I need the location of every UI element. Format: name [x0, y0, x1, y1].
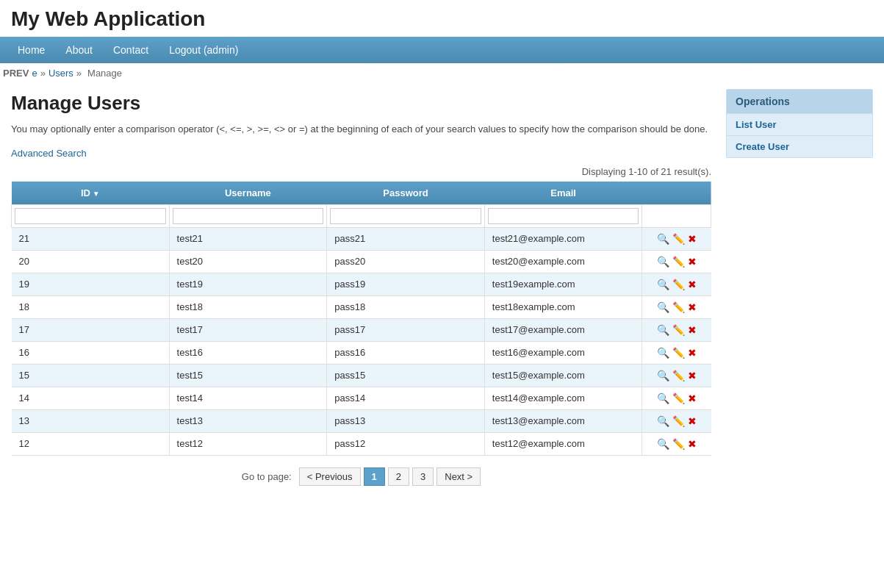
view-icon[interactable]: 🔍 [657, 301, 669, 313]
filter-password[interactable] [330, 208, 481, 224]
page-1-button[interactable]: 1 [364, 467, 385, 486]
filter-email[interactable] [488, 208, 639, 224]
cell-id: 20 [12, 250, 170, 273]
col-password[interactable]: Password [327, 182, 485, 205]
create-user-link[interactable]: Create User [727, 135, 872, 157]
filter-username[interactable] [173, 208, 324, 224]
table-row: 16 test16 pass16 test16@example.com 🔍 ✏️… [12, 341, 711, 364]
delete-icon[interactable]: ✖ [688, 438, 697, 450]
cell-password: pass15 [327, 364, 485, 387]
view-icon[interactable]: 🔍 [657, 370, 669, 381]
cell-id: 15 [12, 364, 170, 387]
cell-actions: 🔍 ✏️ ✖ [642, 318, 711, 341]
col-username[interactable]: Username [169, 182, 327, 205]
edit-icon[interactable]: ✏️ [672, 370, 685, 381]
edit-icon[interactable]: ✏️ [672, 438, 685, 450]
cell-email: test18example.com [484, 295, 642, 318]
view-icon[interactable]: 🔍 [657, 438, 669, 450]
cell-username: test16 [169, 341, 327, 364]
view-icon[interactable]: 🔍 [657, 279, 669, 290]
cell-actions: 🔍 ✏️ ✖ [642, 409, 711, 432]
view-icon[interactable]: 🔍 [657, 233, 669, 245]
cell-actions: 🔍 ✏️ ✖ [642, 273, 711, 295]
page-3-button[interactable]: 3 [412, 467, 434, 486]
view-icon[interactable]: 🔍 [657, 415, 669, 427]
cell-password: pass20 [327, 250, 485, 273]
delete-icon[interactable]: ✖ [688, 392, 697, 404]
edit-icon[interactable]: ✏️ [672, 279, 685, 290]
col-id[interactable]: ID [12, 182, 170, 205]
table-body: 21 test21 pass21 test21@example.com 🔍 ✏️… [12, 227, 711, 455]
cell-email: test13@example.com [484, 409, 642, 432]
delete-icon[interactable]: ✖ [688, 233, 697, 245]
edit-icon[interactable]: ✏️ [672, 324, 685, 336]
breadcrumb-link-e[interactable]: e [32, 68, 37, 79]
cell-id: 21 [12, 227, 170, 250]
table-row: 17 test17 pass17 test17@example.com 🔍 ✏️… [12, 318, 711, 341]
cell-email: test20@example.com [484, 250, 642, 273]
cell-id: 16 [12, 341, 170, 364]
cell-username: test21 [169, 227, 327, 250]
cell-id: 13 [12, 409, 170, 432]
cell-password: pass16 [327, 341, 485, 364]
breadcrumb-current: Manage [87, 68, 122, 79]
cell-username: test19 [169, 273, 327, 295]
filter-id[interactable] [15, 208, 166, 224]
view-icon[interactable]: 🔍 [657, 392, 669, 404]
delete-icon[interactable]: ✖ [688, 324, 697, 336]
nav-logout[interactable]: Logout (admin) [159, 37, 248, 63]
edit-icon[interactable]: ✏️ [672, 256, 685, 268]
table-row: 12 test12 pass12 test12@example.com 🔍 ✏️… [12, 432, 711, 455]
cell-password: pass13 [327, 409, 485, 432]
delete-icon[interactable]: ✖ [688, 279, 697, 290]
table-row: 19 test19 pass19 test19example.com 🔍 ✏️ … [12, 273, 711, 295]
result-count: Displaying 1-10 of 21 result(s). [11, 166, 711, 177]
cell-email: test19example.com [484, 273, 642, 295]
cell-password: pass12 [327, 432, 485, 455]
col-email[interactable]: Email [484, 182, 642, 205]
table-row: 20 test20 pass20 test20@example.com 🔍 ✏️… [12, 250, 711, 273]
edit-icon[interactable]: ✏️ [672, 415, 685, 427]
cell-password: pass21 [327, 227, 485, 250]
cell-actions: 🔍 ✏️ ✖ [642, 227, 711, 250]
nav-home[interactable]: Home [7, 37, 55, 63]
table-row: 13 test13 pass13 test13@example.com 🔍 ✏️… [12, 409, 711, 432]
delete-icon[interactable]: ✖ [688, 256, 697, 268]
delete-icon[interactable]: ✖ [688, 415, 697, 427]
cell-email: test16@example.com [484, 341, 642, 364]
edit-icon[interactable]: ✏️ [672, 392, 685, 404]
breadcrumb: PREV e » Users » Manage [0, 63, 884, 82]
page-2-button[interactable]: 2 [388, 467, 409, 486]
table-row: 15 test15 pass15 test15@example.com 🔍 ✏️… [12, 364, 711, 387]
cell-password: pass18 [327, 295, 485, 318]
nav-about[interactable]: About [55, 37, 103, 63]
view-icon[interactable]: 🔍 [657, 324, 669, 336]
cell-id: 18 [12, 295, 170, 318]
cell-actions: 🔍 ✏️ ✖ [642, 341, 711, 364]
delete-icon[interactable]: ✖ [688, 370, 697, 381]
cell-id: 14 [12, 387, 170, 409]
delete-icon[interactable]: ✖ [688, 301, 697, 313]
table-row: 18 test18 pass18 test18example.com 🔍 ✏️ … [12, 295, 711, 318]
cell-actions: 🔍 ✏️ ✖ [642, 387, 711, 409]
view-icon[interactable]: 🔍 [657, 347, 669, 359]
advanced-search-link[interactable]: Advanced Search [11, 148, 87, 159]
cell-username: test20 [169, 250, 327, 273]
next-button[interactable]: Next > [436, 467, 481, 486]
table-row: 21 test21 pass21 test21@example.com 🔍 ✏️… [12, 227, 711, 250]
page-title: Manage Users [11, 92, 711, 115]
operations-panel: Operations List User Create User [726, 89, 873, 158]
cell-username: test17 [169, 318, 327, 341]
edit-icon[interactable]: ✏️ [672, 301, 685, 313]
nav-contact[interactable]: Contact [103, 37, 159, 63]
cell-actions: 🔍 ✏️ ✖ [642, 364, 711, 387]
edit-icon[interactable]: ✏️ [672, 233, 685, 245]
list-user-link[interactable]: List User [727, 113, 872, 135]
prev-button[interactable]: < Previous [299, 467, 361, 486]
view-icon[interactable]: 🔍 [657, 256, 669, 268]
breadcrumb-link-users[interactable]: Users [48, 68, 73, 79]
delete-icon[interactable]: ✖ [688, 347, 697, 359]
cell-actions: 🔍 ✏️ ✖ [642, 250, 711, 273]
edit-icon[interactable]: ✏️ [672, 347, 685, 359]
prev-link[interactable]: PREV [3, 68, 29, 79]
